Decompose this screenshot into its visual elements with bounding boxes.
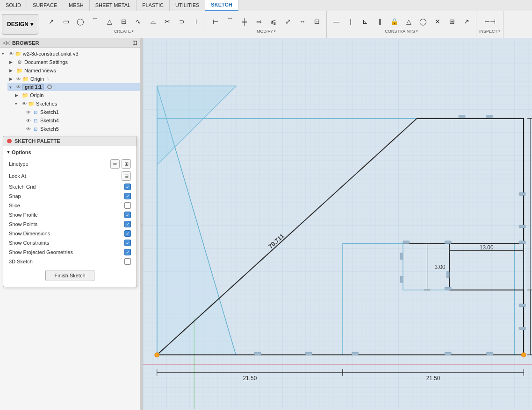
- horizontal-icon[interactable]: —: [330, 15, 343, 28]
- tree-item-docsettings[interactable]: ▶ ⚙ Document Settings: [7, 58, 140, 66]
- parallel-icon[interactable]: ∥: [373, 15, 386, 28]
- eye-icon-sketch1[interactable]: 👁: [26, 110, 31, 115]
- palette-title: SKETCH PALETTE: [14, 138, 60, 144]
- eye-icon-sketches[interactable]: 👁: [22, 101, 27, 106]
- sketch-svg: 70.711 13.00 3.00 21: [143, 38, 532, 410]
- break-icon[interactable]: ⫹: [267, 15, 280, 28]
- eye-icon-grid[interactable]: 👁: [16, 85, 21, 90]
- sketchgrid-checkbox[interactable]: ✓: [124, 184, 131, 190]
- tab-solid[interactable]: SOLID: [0, 0, 27, 11]
- palette-row-slice: Slice: [7, 201, 133, 210]
- svg-rect-16: [519, 327, 525, 330]
- conic-icon[interactable]: ⌓: [146, 15, 159, 28]
- slot-icon[interactable]: ⊟: [117, 15, 130, 28]
- showconstraints-checkbox[interactable]: ✓: [124, 240, 131, 246]
- rectangle-icon[interactable]: ▭: [59, 15, 72, 28]
- scale-icon[interactable]: ⤢: [281, 15, 295, 28]
- tab-mesh[interactable]: MESH: [63, 0, 90, 11]
- more-constraint-icon[interactable]: ↗: [460, 15, 473, 28]
- dimension-icon[interactable]: ⊢: [209, 15, 222, 28]
- fillet-icon[interactable]: ⌒: [223, 15, 237, 28]
- linetype-icon1[interactable]: ✏: [110, 159, 120, 169]
- trim-icon[interactable]: ╪: [238, 15, 251, 28]
- showpoints-checkbox[interactable]: ✓: [124, 221, 131, 227]
- tree-item-namedviews[interactable]: ▶ 📁 Named Views: [7, 66, 140, 75]
- tab-surface[interactable]: SURFACE: [27, 0, 63, 11]
- eye-icon-root[interactable]: 👁: [9, 51, 14, 57]
- linetype-icon2[interactable]: ⊞: [122, 159, 131, 169]
- tab-sketch[interactable]: SKETCH: [205, 0, 238, 11]
- finish-sketch-button[interactable]: Finish Sketch: [45, 270, 94, 281]
- palette-close-button[interactable]: [7, 139, 12, 143]
- scissors-icon[interactable]: ✂: [161, 15, 174, 28]
- extend-icon[interactable]: ⥤: [252, 15, 266, 28]
- create-arrow: ▾: [132, 29, 134, 33]
- vertical-icon[interactable]: |: [344, 15, 357, 28]
- namedviews-icon: 📁: [16, 67, 23, 74]
- tree-item-origin-sub[interactable]: ▶ 📁 Origin: [13, 91, 140, 99]
- browser-collapse-icon[interactable]: ◁◁: [3, 40, 10, 45]
- more-modify-icon[interactable]: ⊡: [310, 15, 324, 28]
- eye-icon-sketch4[interactable]: 👁: [26, 118, 31, 123]
- eye-icon-sketch5[interactable]: 👁: [26, 127, 31, 132]
- canvas-area[interactable]: 70.711 13.00 3.00 21: [143, 38, 532, 410]
- coincident-icon[interactable]: ✕: [431, 15, 444, 28]
- line-icon[interactable]: ↗: [45, 15, 58, 28]
- inspect-label[interactable]: INSPECT ▾: [479, 29, 500, 34]
- arc-icon[interactable]: ⌒: [88, 15, 101, 28]
- showpoints-label: Show Points: [9, 221, 124, 227]
- slice-label: Slice: [9, 203, 124, 208]
- modify-label[interactable]: MODIFY ▾: [257, 29, 276, 34]
- stretch-icon[interactable]: ↔: [296, 15, 309, 28]
- toolbar: SOLID SURFACE MESH SHEET METAL PLASTIC U…: [0, 0, 532, 38]
- constraints-label[interactable]: CONSTRAINTS ▾: [385, 29, 418, 34]
- svg-rect-19: [403, 241, 410, 244]
- spline-icon[interactable]: ∿: [132, 15, 145, 28]
- tree-item-grid[interactable]: ▾ 👁 grid 1:1: [7, 83, 140, 91]
- design-button[interactable]: DESIGN ▾: [2, 14, 38, 35]
- svg-rect-30: [446, 271, 449, 278]
- lock-icon[interactable]: 🔒: [388, 15, 401, 28]
- showprofile-checkbox[interactable]: ✓: [124, 212, 131, 218]
- create-group: ↗ ▭ ◯ ⌒ △ ⊟ ∿ ⌓ ✂ ⊃ ⫿: [42, 11, 206, 38]
- tree-label-origin-sub: Origin: [30, 92, 43, 98]
- 3dsketch-checkbox[interactable]: [124, 258, 131, 265]
- tree-item-sketch1[interactable]: 👁 ⊡ Sketch1: [24, 108, 140, 116]
- lookat-icon[interactable]: ⊟: [122, 171, 131, 181]
- offset-icon[interactable]: ⊃: [175, 15, 188, 28]
- tab-sheet-metal[interactable]: SHEET METAL: [90, 0, 137, 11]
- equal-icon[interactable]: △: [402, 15, 415, 28]
- showdimensions-checkbox[interactable]: ✓: [124, 230, 131, 237]
- triangle-icon[interactable]: △: [103, 15, 116, 28]
- eye-icon-origin-top[interactable]: 👁: [16, 77, 21, 82]
- svg-rect-24: [305, 352, 312, 355]
- tree-item-root[interactable]: ▾ 👁 📁 w2-3d-constructionkit v3: [0, 49, 140, 58]
- tree-item-sketches[interactable]: ▾ 👁 📁 Sketches: [13, 99, 140, 108]
- palette-options-section[interactable]: ▾ Options: [7, 149, 133, 155]
- tree-item-sketch5[interactable]: 👁 ⊡ Sketch5: [24, 125, 140, 133]
- svg-rect-21: [445, 287, 451, 290]
- tree-label-sketch1: Sketch1: [40, 109, 59, 115]
- measure-icon[interactable]: ⊢⊣: [483, 15, 496, 28]
- pattern-icon[interactable]: ⫿: [190, 15, 203, 28]
- showprojected-checkbox[interactable]: ✓: [124, 249, 131, 255]
- circle-icon[interactable]: ◯: [74, 15, 87, 28]
- create-label[interactable]: CREATE ▾: [114, 29, 134, 34]
- sketches-icon: 📁: [28, 100, 35, 107]
- tangent-icon[interactable]: ◯: [417, 15, 430, 28]
- modify-group: ⊢ ⌒ ╪ ⥤ ⫹ ⤢ ↔ ⊡ MODIFY ▾: [206, 11, 327, 38]
- tab-plastic[interactable]: PLASTIC: [137, 0, 170, 11]
- tab-utilities[interactable]: UTILITIES: [170, 0, 205, 11]
- browser-pin-icon[interactable]: ◫: [132, 40, 137, 46]
- perpendicular-icon[interactable]: ⊾: [359, 15, 372, 28]
- palette-row-lookat: Look At ⊟: [7, 170, 133, 182]
- tree-item-origin-top[interactable]: ▶ 👁 📁 Origin }: [7, 75, 140, 83]
- tree-item-sketch4[interactable]: 👁 ⊡ Sketch4: [24, 116, 140, 125]
- browser-tree: ▾ 👁 📁 w2-3d-constructionkit v3 ▶ ⚙ Docum…: [0, 48, 140, 410]
- slice-checkbox[interactable]: [124, 202, 131, 209]
- tree-arrow-origin-sub: ▶: [15, 93, 21, 98]
- inspect-arrow: ▾: [498, 29, 500, 33]
- concentric-icon[interactable]: ⊞: [446, 15, 459, 28]
- tab-bar: SOLID SURFACE MESH SHEET METAL PLASTIC U…: [0, 0, 532, 11]
- snap-checkbox[interactable]: ✓: [124, 193, 131, 199]
